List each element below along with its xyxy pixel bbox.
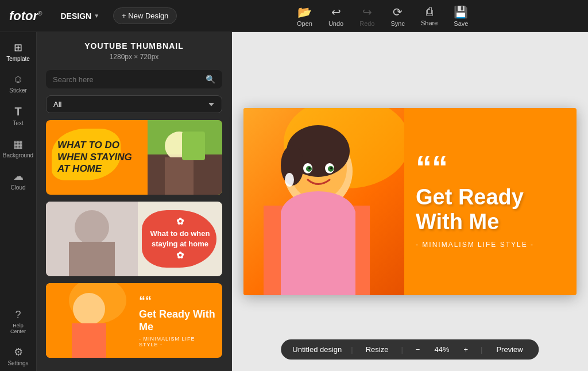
toolbar-actions: 📂 Open ↩ Undo ↪ Redo ⟳ Sync ⎙ Share 💾 Sa… [186,5,579,27]
svg-rect-7 [69,242,115,276]
redo-button[interactable]: ↪ Redo [359,5,374,27]
svg-point-6 [75,210,109,245]
flower-icon-2: ✿ [142,249,218,262]
text-icon: T [14,105,21,118]
canvas-photo-area [243,108,404,295]
undo-icon: ↩ [331,5,341,19]
svg-rect-4 [182,132,205,160]
resize-button[interactable]: Resize [362,344,392,355]
divider-2: | [401,345,403,354]
design-name: Untitled design [292,345,342,354]
settings-icon: ⚙ [14,346,23,358]
canvas-background [243,108,404,295]
sidebar-item-help[interactable]: ? Help Center [2,304,34,339]
template-card[interactable]: WHAT TO DO WHEN STAYING AT HOME [46,120,222,195]
divider: | [351,345,353,354]
new-design-label: + New Design [122,11,168,20]
canvas-frame[interactable]: ““ Get Ready With Me - MINIMALISM LIFE S… [243,108,577,295]
sync-button[interactable]: ⟳ Sync [390,5,404,27]
template-text: ✿ What to do when staying at home ✿ [138,211,222,266]
design-label: DESIGN [60,11,91,21]
sidebar-item-cloud[interactable]: ☁ Cloud [2,165,34,195]
canvas-area: ““ Get Ready With Me - MINIMALISM LIFE S… [232,32,588,371]
share-icon: ⎙ [426,5,433,18]
panel-subtitle: 1280px × 720px [46,53,222,61]
svg-point-24 [285,173,294,187]
preview-button[interactable]: Preview [492,344,527,355]
svg-rect-11 [72,323,106,358]
share-button[interactable]: ⎙ Share [421,5,438,26]
redo-icon: ↪ [362,5,372,19]
topbar: fotor© DESIGN ▼ + New Design 📂 Open ↩ Un… [0,0,588,32]
sidebar-item-background[interactable]: ▦ Background [2,133,34,163]
template-content: ✿ What to do when staying at home ✿ [138,202,222,276]
open-button[interactable]: 📂 Open [297,5,312,27]
save-button[interactable]: 💾 Save [454,5,468,27]
panel-title: YOUTUBE THUMBNAIL [46,41,222,51]
templates-grid: WHAT TO DO WHEN STAYING AT HOME [37,120,231,371]
sidebar-item-sticker[interactable]: ☺ Sticker [2,69,34,98]
chevron-down-icon: ▼ [94,13,99,19]
cloud-icon: ☁ [13,170,24,183]
open-icon: 📂 [297,5,312,19]
flower-icon: ✿ [142,215,218,228]
template-panel: YOUTUBE THUMBNAIL 1280px × 720px 🔍 All W… [37,32,232,371]
canvas-quote-icon: ““ [416,154,565,180]
canvas-subtitle: - MINIMALISM LIFE STYLE - [416,241,565,249]
search-bar: 🔍 [46,70,222,88]
zoom-out-button[interactable]: − [412,344,424,355]
sidebar-item-text[interactable]: T Text [2,101,34,131]
undo-button[interactable]: ↩ Undo [328,5,343,27]
sync-icon: ⟳ [393,5,403,19]
quote-mark: ““ [139,293,215,308]
template-card[interactable]: ““ Get Ready With Me - MINIMALISM LIFE S… [46,283,222,358]
save-icon: 💾 [454,5,468,19]
main-content: ⊞ Template ☺ Sticker T Text ▦ Background… [0,32,588,371]
svg-point-22 [330,167,332,169]
zoom-level: 44% [432,345,451,354]
svg-rect-3 [165,157,194,195]
template-image [46,202,138,276]
template-title: Get Ready With Me [139,308,215,333]
template-image [148,120,222,195]
canvas-main-title: Get Ready With Me [416,185,565,235]
sidebar-item-settings[interactable]: ⚙ Settings [2,341,34,371]
canvas-text-area: ““ Get Ready With Me - MINIMALISM LIFE S… [404,108,577,295]
help-icon: ? [15,309,21,321]
template-subtitle: - MINIMALISM LIFE STYLE - [139,336,215,347]
design-menu-button[interactable]: DESIGN ▼ [56,9,104,23]
template-card-left: WHAT TO DO WHEN STAYING AT HOME [46,120,148,195]
svg-rect-26 [281,211,355,295]
template-image [46,283,132,358]
panel-header: YOUTUBE THUMBNAIL 1280px × 720px [37,32,231,70]
search-icon[interactable]: 🔍 [206,75,215,84]
search-input[interactable] [53,75,201,84]
template-text: WHAT TO DO WHEN STAYING AT HOME [53,135,141,179]
template-photo [148,120,222,195]
category-filter[interactable]: All [46,95,222,113]
template-icon: ⊞ [14,41,22,54]
zoom-in-button[interactable]: + [460,344,471,355]
sidebar: ⊞ Template ☺ Sticker T Text ▦ Background… [0,32,37,371]
new-design-button[interactable]: + New Design [113,7,177,24]
app-logo: fotor© [9,9,42,24]
template-card[interactable]: ✿ What to do when staying at home ✿ [46,202,222,276]
divider-3: | [481,345,482,354]
background-icon: ▦ [13,138,23,150]
svg-point-10 [73,293,105,325]
sidebar-item-template[interactable]: ⊞ Template [2,37,34,67]
filter-row: All [46,95,222,113]
bottom-bar: Untitled design | Resize | − 44% + | Pre… [281,339,539,360]
template-content: ““ Get Ready With Me - MINIMALISM LIFE S… [132,283,222,358]
svg-point-21 [308,167,311,169]
sticker-icon: ☺ [13,74,23,86]
